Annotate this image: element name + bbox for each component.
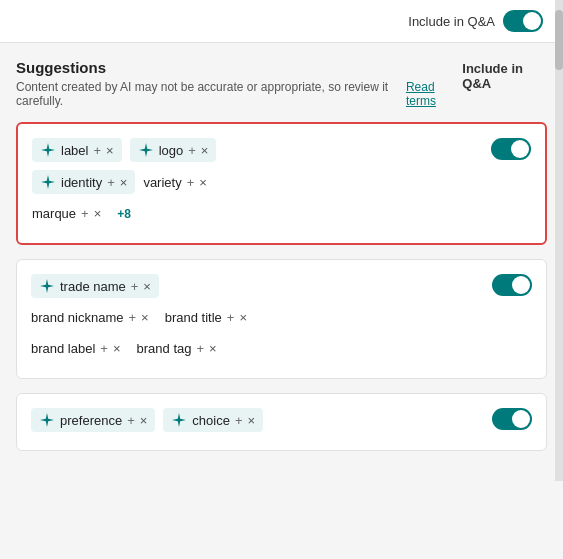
- tag-remove[interactable]: ×: [141, 310, 149, 325]
- tag-plus[interactable]: +: [93, 143, 101, 158]
- tag-3-1-1: preference+×: [31, 408, 155, 432]
- toggle-thumb: [512, 410, 530, 428]
- suggestions-section: Suggestions Content created by AI may no…: [16, 59, 462, 108]
- topbar-toggle[interactable]: [503, 10, 543, 32]
- main-content: Suggestions Content created by AI may no…: [0, 43, 563, 481]
- card-1-row-1: label+× logo+×: [32, 138, 531, 162]
- toggle[interactable]: [492, 274, 532, 296]
- tag-plus[interactable]: +: [107, 175, 115, 190]
- card-1: label+× logo+× identity+×variety+×marque…: [16, 122, 547, 245]
- cards-container: label+× logo+× identity+×variety+×marque…: [16, 122, 547, 451]
- tag-remove[interactable]: ×: [248, 413, 256, 428]
- card-1-row-3: marque+×+8: [32, 202, 531, 225]
- tag-text: brand label: [31, 341, 95, 356]
- ai-sparkle-icon: [40, 174, 56, 190]
- tag-1-1-1: label+×: [32, 138, 122, 162]
- tag-text: marque: [32, 206, 76, 221]
- tag-text: identity: [61, 175, 102, 190]
- card-3-row-1: preference+× choice+×: [31, 408, 532, 432]
- ai-sparkle-icon: [39, 412, 55, 428]
- suggestions-title: Suggestions: [16, 59, 462, 76]
- tag-text: brand title: [165, 310, 222, 325]
- tag-text: preference: [60, 413, 122, 428]
- tag-3-1-2: choice+×: [163, 408, 263, 432]
- ai-sparkle-icon: [39, 278, 55, 294]
- toggle-thumb: [511, 140, 529, 158]
- tag-2-2-2: brand title+×: [165, 306, 255, 329]
- tag-text: label: [61, 143, 88, 158]
- tag-plus[interactable]: +: [188, 143, 196, 158]
- tag-text: brand nickname: [31, 310, 124, 325]
- tag-plus[interactable]: +: [131, 279, 139, 294]
- tag-1-2-1: identity+×: [32, 170, 135, 194]
- card-2: trade name+×brand nickname+×brand title+…: [16, 259, 547, 379]
- ai-sparkle-icon: [138, 142, 154, 158]
- tag-2-3-1: brand label+×: [31, 337, 129, 360]
- scrollbar[interactable]: [555, 0, 563, 481]
- suggestions-subtitle: Content created by AI may not be accurat…: [16, 80, 462, 108]
- tag-plus[interactable]: +: [235, 413, 243, 428]
- card-1-toggle[interactable]: [491, 138, 531, 164]
- ai-sparkle-icon: [40, 142, 56, 158]
- tag-remove[interactable]: ×: [143, 279, 151, 294]
- tag-remove[interactable]: ×: [209, 341, 217, 356]
- read-terms-link[interactable]: Read terms: [406, 80, 462, 108]
- toggle-track: [492, 274, 532, 296]
- tag-text: logo: [159, 143, 184, 158]
- tag-plus[interactable]: +: [100, 341, 108, 356]
- tag-text: variety: [143, 175, 181, 190]
- tag-remove[interactable]: ×: [140, 413, 148, 428]
- tag-remove[interactable]: ×: [113, 341, 121, 356]
- tag-plus[interactable]: +: [187, 175, 195, 190]
- tag-text: brand tag: [137, 341, 192, 356]
- toggle-track: [503, 10, 543, 32]
- tag-remove[interactable]: ×: [201, 143, 209, 158]
- tag-2-2-1: brand nickname+×: [31, 306, 157, 329]
- tag-2-1-1: trade name+×: [31, 274, 159, 298]
- suggestions-sub-text: Content created by AI may not be accurat…: [16, 80, 400, 108]
- tag-2-3-2: brand tag+×: [137, 337, 225, 360]
- tag-plus[interactable]: +: [227, 310, 235, 325]
- tag-1-3-1: marque+×: [32, 202, 109, 225]
- card-1-row-2: identity+×variety+×: [32, 170, 531, 194]
- tag-1-2-2: variety+×: [143, 170, 214, 194]
- tag-1-1-2: logo+×: [130, 138, 217, 162]
- scrollbar-thumb: [555, 10, 563, 70]
- tag-remove[interactable]: ×: [94, 206, 102, 221]
- card-3: preference+× choice+×: [16, 393, 547, 451]
- topbar-toggle-label: Include in Q&A: [408, 14, 495, 29]
- tag-remove[interactable]: ×: [106, 143, 114, 158]
- card-2-toggle[interactable]: [492, 274, 532, 300]
- tag-remove[interactable]: ×: [120, 175, 128, 190]
- tag-plus[interactable]: +: [81, 206, 89, 221]
- tag-plus[interactable]: +: [129, 310, 137, 325]
- top-bar: Include in Q&A: [0, 0, 563, 43]
- card-2-row-1: trade name+×: [31, 274, 532, 298]
- toggle-track: [492, 408, 532, 430]
- header-row: Suggestions Content created by AI may no…: [16, 59, 547, 108]
- card-2-row-3: brand label+×brand tag+×: [31, 337, 532, 360]
- tag-text: choice: [192, 413, 230, 428]
- tag-remove[interactable]: ×: [239, 310, 247, 325]
- tag-remove[interactable]: ×: [199, 175, 207, 190]
- toggle-thumb: [523, 12, 541, 30]
- ai-sparkle-icon: [171, 412, 187, 428]
- toggle[interactable]: [491, 138, 531, 160]
- include-qna-header: Include in Q&A: [462, 61, 547, 91]
- toggle[interactable]: [492, 408, 532, 430]
- card-2-row-2: brand nickname+×brand title+×: [31, 306, 532, 329]
- card-3-toggle[interactable]: [492, 408, 532, 434]
- toggle-thumb: [512, 276, 530, 294]
- tag-plus[interactable]: +: [127, 413, 135, 428]
- more-badge-1[interactable]: +8: [117, 202, 131, 225]
- tag-plus[interactable]: +: [196, 341, 204, 356]
- tag-text: trade name: [60, 279, 126, 294]
- toggle-track: [491, 138, 531, 160]
